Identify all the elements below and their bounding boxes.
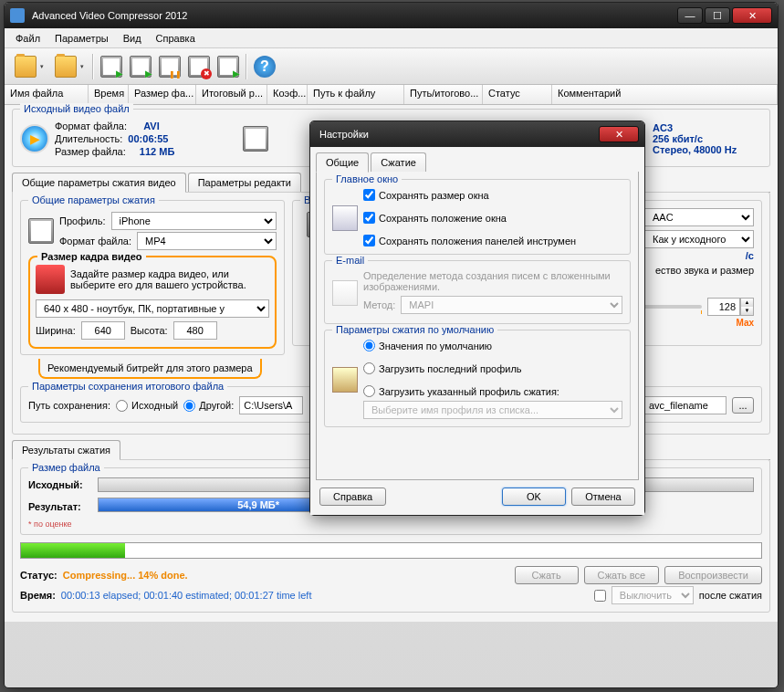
compress-action[interactable]: Сжать (515, 566, 579, 584)
modal-tab-general[interactable]: Общие (316, 152, 369, 173)
radio-source[interactable]: Исходный (116, 400, 178, 412)
menu-file[interactable]: Файл (8, 31, 47, 46)
check-save-toolbar[interactable]: Сохранять положения панелей инструмен (363, 235, 576, 246)
modal-body: Общие Сжатие Главное окно Сохранять разм… (310, 147, 644, 515)
help-button[interactable]: ? (251, 53, 278, 80)
tab-edit[interactable]: Параметры редакти (188, 173, 301, 192)
stop-button[interactable] (185, 53, 213, 80)
spin-down[interactable]: ▼ (741, 307, 753, 315)
audio-rate-select[interactable]: Как у исходного (644, 230, 754, 248)
modal-close-button[interactable]: ✕ (599, 126, 639, 142)
shutdown-select[interactable]: Выключить (612, 586, 694, 604)
modal-cancel-button[interactable]: Отмена (571, 488, 635, 506)
status-label: Статус: (20, 570, 57, 581)
radio-defaults[interactable]: Значения по умолчанию (363, 340, 622, 351)
menu-help[interactable]: Справка (149, 31, 203, 46)
source-size-label: Исходный: (28, 479, 92, 490)
frame-size-title: Размер кадра видео (37, 251, 146, 262)
compress-all-button[interactable] (127, 53, 154, 80)
general-params-title: Общие параметры сжатия (28, 194, 159, 205)
time-text: 00:00:13 elapsed; 00:01:40 estimated; 00… (61, 590, 312, 601)
radio-last-profile[interactable]: Загрузить последний профиль (363, 362, 622, 374)
output-format-select[interactable]: MP4 (137, 232, 277, 250)
general-params-group: Общие параметры сжатия Профиль: iPhone Ф… (20, 200, 285, 355)
toolbar-separator (92, 54, 94, 79)
compress-all-action[interactable]: Сжать все (584, 566, 660, 584)
film-play-icon (100, 56, 122, 78)
menu-params[interactable]: Параметры (47, 31, 116, 46)
spin-up[interactable]: ▲ (741, 299, 753, 307)
width-input[interactable] (81, 321, 125, 340)
menu-view[interactable]: Вид (116, 31, 149, 46)
audio-bitrate-spinner[interactable]: ▲▼ (707, 298, 754, 316)
app-title: Advanced Video Compressor 2012 (28, 10, 675, 21)
height-input[interactable] (173, 321, 217, 340)
modal-ok-button[interactable]: OK (502, 488, 566, 506)
maximize-button[interactable]: ☐ (705, 7, 730, 24)
size-label: Размер файла: (55, 146, 126, 157)
modal-title: Настройки (316, 129, 597, 140)
open-folder-button[interactable] (50, 53, 89, 80)
output-suffix-input[interactable] (644, 396, 727, 414)
modal-titlebar[interactable]: Настройки ✕ (310, 121, 644, 147)
folder-icon (15, 56, 37, 78)
radio-specific-profile[interactable]: Загрузить указанный профиль сжатия: (363, 385, 622, 397)
col-outpath[interactable]: Путь/итогово... (404, 85, 483, 104)
tab-compress[interactable]: Общие параметры сжатия видео (12, 173, 186, 193)
main-titlebar[interactable]: Advanced Video Compressor 2012 — ☐ ✕ (5, 3, 778, 28)
video-stream-icon (243, 126, 268, 152)
source-group-title: Исходный видео файл (20, 103, 133, 114)
modal-help-button[interactable]: Справка (319, 488, 386, 506)
profile-icon (28, 218, 54, 244)
time-label: Время: (20, 590, 56, 601)
email-group: E-mail Определение метода создания писем… (324, 260, 631, 324)
col-size[interactable]: Размер фа... (129, 85, 196, 104)
play-action[interactable]: Воспроизвести (664, 566, 762, 584)
col-ratio[interactable]: Коэф... (267, 85, 308, 104)
folder-icon (55, 56, 77, 78)
frame-preset-select[interactable]: 640 x 480 - ноутбук, ПК, портативные у (36, 299, 269, 318)
check-save-size[interactable]: Сохранять размер окна (363, 189, 576, 201)
film-play-icon (217, 56, 239, 78)
col-path[interactable]: Путь к файлу (308, 85, 404, 104)
compress-button[interactable] (98, 53, 125, 80)
check-save-pos[interactable]: Сохранять положение окна (363, 212, 576, 224)
col-filename[interactable]: Имя файла (5, 85, 89, 104)
file-list-header: Имя файла Время Размер фа... Итоговый р.… (5, 85, 778, 105)
filesize-title: Размер файла (28, 462, 104, 473)
width-label: Ширина: (36, 325, 76, 336)
pause-button[interactable] (156, 53, 183, 80)
audio-bitrate-input[interactable] (707, 298, 740, 316)
media-icon (20, 124, 49, 153)
col-final[interactable]: Итоговый р... (196, 85, 267, 104)
open-file-button[interactable] (10, 53, 48, 80)
app-icon (10, 8, 25, 23)
estimate-note: * по оценке (28, 519, 71, 529)
help-icon: ? (254, 56, 276, 78)
after-label: после сжатия (699, 590, 762, 601)
col-comment[interactable]: Комментарий (552, 85, 778, 104)
col-time[interactable]: Время (89, 85, 129, 104)
toolbar: ? (5, 48, 778, 85)
close-button[interactable]: ✕ (732, 7, 772, 24)
modal-tab-compress[interactable]: Сжатие (371, 152, 426, 172)
modal-tabs: Общие Сжатие (316, 152, 639, 173)
resize-icon (36, 265, 65, 294)
profile-select[interactable]: iPhone (111, 212, 277, 230)
format-label: Формат файла: (55, 121, 127, 131)
format-value: AVI (143, 121, 160, 131)
shutdown-check[interactable] (594, 590, 606, 602)
path-label: Путь сохранения: (28, 400, 110, 411)
overall-progress (20, 542, 762, 559)
browse-button[interactable]: ... (732, 397, 754, 414)
col-status[interactable]: Статус (483, 85, 552, 104)
output-path-input[interactable] (239, 396, 303, 414)
mainwindow-group: Главное окно Сохранять размер окна Сохра… (324, 179, 631, 255)
minimize-button[interactable]: — (677, 7, 703, 24)
play-button[interactable] (214, 53, 242, 80)
audio-codec-select[interactable]: AAC (644, 208, 754, 226)
result-size-value: 54,9 МБ* (237, 499, 279, 510)
tab-results[interactable]: Результаты сжатия (12, 440, 120, 460)
radio-other[interactable]: Другой: (183, 400, 234, 412)
email-icon (332, 280, 358, 306)
